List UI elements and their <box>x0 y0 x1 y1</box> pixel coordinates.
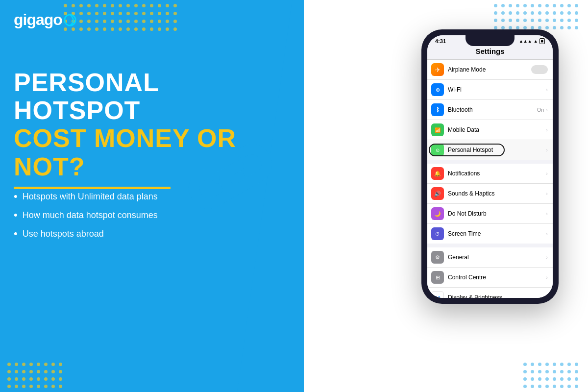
wifi-icon: ▲ <box>534 39 538 44</box>
settings-item-bluetooth[interactable]: ᛒ Bluetooth On › <box>427 100 553 120</box>
settings-group-2: 🔔 Notifications › 🔊 Sounds & Haptics › 🌙… <box>427 164 553 244</box>
phone-mockup: 4:31 ▲▲▲ ▲ ■ Settings ✈ Airplane Mode <box>421 29 559 314</box>
screen-time-label: Screen Time <box>448 230 546 237</box>
notifications-label: Notifications <box>448 170 546 177</box>
hotspot-label: Personal Hotspot <box>448 147 546 153</box>
general-chevron: › <box>546 254 548 260</box>
settings-item-screen-time[interactable]: ⏱ Screen Time › <box>427 224 553 244</box>
settings-item-control-centre[interactable]: ⊞ Control Centre › <box>427 268 553 288</box>
settings-item-notifications[interactable]: 🔔 Notifications › <box>427 164 553 184</box>
sounds-icon: 🔊 <box>431 187 444 200</box>
screen-time-icon: ⏱ <box>431 227 444 240</box>
display-chevron: › <box>546 294 548 298</box>
settings-item-mobile-data[interactable]: 📶 Mobile Data › <box>427 120 553 140</box>
general-icon: ⚙ <box>431 251 444 264</box>
bullet-item-1: Hotspots with Unlimited data plans <box>14 191 158 202</box>
bullet-list: Hotspots with Unlimited data plans How m… <box>14 191 158 247</box>
heading-line1: Personal Hotspot <box>14 69 259 124</box>
right-section: 4:31 ▲▲▲ ▲ ■ Settings ✈ Airplane Mode <box>304 0 588 392</box>
settings-group-3: ⚙ General › ⊞ Control Centre › AA Displa… <box>427 247 553 298</box>
logo: gigago <box>14 11 77 29</box>
dots-bottom-blue <box>7 363 62 388</box>
settings-title: Settings <box>427 45 553 60</box>
mobile-data-icon: 📶 <box>431 123 444 136</box>
display-icon: AA <box>431 291 444 298</box>
signal-icon: ▲▲▲ <box>519 39 532 44</box>
sounds-chevron: › <box>546 191 548 196</box>
notifications-chevron: › <box>546 171 548 176</box>
mobile-data-label: Mobile Data <box>448 126 546 133</box>
chain-icon <box>181 132 279 220</box>
general-label: General <box>448 254 546 261</box>
wifi-settings-icon: ⊛ <box>431 83 444 96</box>
settings-item-wifi[interactable]: ⊛ Wi-Fi › <box>427 80 553 100</box>
bullet-item-3: Use hotspots abroad <box>14 228 158 239</box>
settings-item-sounds[interactable]: 🔊 Sounds & Haptics › <box>427 184 553 204</box>
settings-item-display[interactable]: AA Display & Brightness › <box>427 288 553 298</box>
settings-item-airplane[interactable]: ✈ Airplane Mode <box>427 60 553 80</box>
notifications-icon: 🔔 <box>431 167 444 180</box>
phone-screen: 4:31 ▲▲▲ ▲ ■ Settings ✈ Airplane Mode <box>427 35 553 298</box>
airplane-icon: ✈ <box>431 63 444 76</box>
left-section: gigago // Will be rendered via JS below … <box>0 0 304 392</box>
dots-top-right <box>494 4 578 29</box>
logo-text: gigago <box>14 11 62 29</box>
logo-icon <box>63 13 77 27</box>
bluetooth-value: On <box>537 107 544 113</box>
status-time: 4:31 <box>435 38 446 44</box>
airplane-toggle[interactable] <box>531 65 548 74</box>
settings-item-dnd[interactable]: 🌙 Do Not Disturb › <box>427 204 553 224</box>
wifi-chevron: › <box>546 87 548 93</box>
status-icons: ▲▲▲ ▲ ■ <box>519 38 545 44</box>
settings-item-personal-hotspot[interactable]: ⊙ Personal Hotspot › <box>427 140 553 160</box>
dots-top-blue: // Will be rendered via JS below <box>64 4 177 31</box>
settings-group-1: ✈ Airplane Mode ⊛ Wi-Fi › ᛒ Bluetooth <box>427 60 553 160</box>
phone-notch <box>466 35 514 46</box>
settings-item-general[interactable]: ⚙ General › <box>427 247 553 268</box>
phone-frame: 4:31 ▲▲▲ ▲ ■ Settings ✈ Airplane Mode <box>421 29 559 304</box>
hotspot-icon: ⊙ <box>431 144 444 156</box>
dnd-chevron: › <box>546 211 548 217</box>
display-label: Display & Brightness <box>448 294 546 298</box>
bullet-item-2: How much data hotspot consumes <box>14 210 158 220</box>
screen-time-chevron: › <box>546 231 548 237</box>
yellow-underline <box>14 187 171 189</box>
dnd-icon: 🌙 <box>431 207 444 220</box>
dots-bottom-right <box>523 363 578 388</box>
dnd-label: Do Not Disturb <box>448 210 546 217</box>
hotspot-chevron: › <box>546 147 548 153</box>
battery-icon: ■ <box>539 38 545 44</box>
mobile-data-chevron: › <box>546 127 548 133</box>
control-centre-chevron: › <box>546 274 548 280</box>
airplane-label: Airplane Mode <box>448 66 531 73</box>
bluetooth-label: Bluetooth <box>448 106 537 113</box>
bluetooth-icon: ᛒ <box>431 103 444 116</box>
control-centre-icon: ⊞ <box>431 271 444 284</box>
bluetooth-chevron: › <box>546 107 548 113</box>
control-centre-label: Control Centre <box>448 274 546 281</box>
sounds-label: Sounds & Haptics <box>448 190 546 197</box>
wifi-label: Wi-Fi <box>448 86 546 93</box>
